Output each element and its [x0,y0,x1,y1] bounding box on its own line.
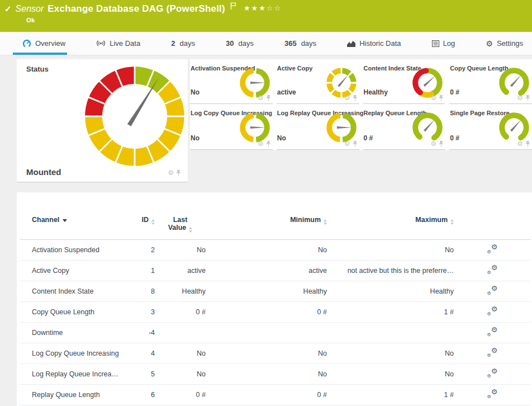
pin-icon[interactable] [266,141,271,147]
table-row: Copy Queue Length 3 0 # 0 # 1 # ⚙⚙ [20,302,531,323]
pin-icon[interactable] [176,170,181,176]
pin-icon[interactable] [525,95,530,101]
pin-icon[interactable] [353,95,358,101]
tab-label: days [238,39,253,48]
tab-settings[interactable]: ⚙ Settings [486,32,523,55]
channel-last-value: No [155,364,206,385]
flag-icon [230,2,236,12]
historic-chart-icon [347,40,355,47]
channel-minimum: No [206,240,327,261]
channel-name[interactable]: Log Replay Queue Increa… [20,364,134,385]
channel-name[interactable]: Log Copy Queue Increasing [20,343,134,364]
channel-last-value: active [155,261,206,281]
channel-settings-icon[interactable]: ⚙⚙ [487,245,498,254]
panel-gear-icon[interactable]: ⚙ [258,95,264,101]
channel-minimum [206,323,327,343]
channel-minimum: Healthy [206,281,327,302]
channel-name[interactable]: Replay Queue Length [20,385,134,405]
settings-gear-icon: ⚙ [486,40,493,48]
pin-icon[interactable] [525,141,530,147]
gauge-panel-copy-queue-length: Copy Queue Length 0 # ⚙ [449,59,532,104]
channel-name[interactable]: Content Index State [20,281,134,302]
table-row: Replay Queue Length 6 0 # 0 # 1 # ⚙⚙ [20,385,531,405]
channel-settings-icon[interactable]: ⚙⚙ [487,328,498,337]
channel-maximum: Healthy [327,281,454,302]
channel-maximum: 1 # [327,385,454,405]
tab-label: Overview [35,39,65,48]
channel-name[interactable]: Active Copy [20,261,134,281]
channel-minimum: 0 # [206,385,327,405]
channel-minimum: active [206,261,327,281]
panel-gear-icon[interactable]: ⚙ [344,95,350,101]
gauge-value: No [191,134,200,142]
gauge-needle [424,75,436,87]
pin-icon[interactable] [353,141,358,147]
channels-panel: Channel ID LastValue Minimum Maximum Act… [17,192,532,406]
gauge-log-replay-queue-increasing [325,111,358,144]
channel-last-value: 0 # [155,302,206,323]
channel-minimum: No [206,364,327,385]
channel-settings-icon[interactable]: ⚙⚙ [487,348,498,357]
channel-name[interactable]: Copy Queue Length [20,302,134,323]
gauge-value: No [191,88,200,96]
channel-settings-icon[interactable]: ⚙⚙ [487,307,498,316]
header-channel[interactable]: Channel [20,216,134,240]
tab-bar: Overview Live Data 2 days 30 days 365 da… [0,32,532,55]
gauge-needle [338,74,349,87]
tab-overview[interactable]: Overview [22,32,65,55]
gauge-panel-log-copy-queue-increasing: Log Copy Queue Increasing No ⚙ [190,104,273,150]
tab-label: Historic Data [359,39,401,48]
channel-id: 2 [134,240,155,261]
channels-table: Channel ID LastValue Minimum Maximum Act… [20,216,531,406]
table-row: Content Index State 8 Healthy Healthy He… [20,281,531,302]
tab-30-days[interactable]: 30 days [226,32,254,55]
header-maximum[interactable]: Maximum [327,216,454,240]
ok-check-icon: ✓ [4,4,12,14]
channel-settings-icon[interactable]: ⚙⚙ [487,369,498,378]
panel-gear-icon[interactable]: ⚙ [258,140,264,147]
gauge-grid: Activation Suspended No ⚙ Active Copy [190,59,532,150]
sort-icon [324,219,327,225]
tab-log[interactable]: Log [432,32,455,55]
pin-icon[interactable] [266,95,271,101]
channel-last-value [155,323,206,343]
gauge-icon [22,39,31,48]
priority-stars[interactable]: ★★★☆☆ [244,4,282,12]
sensor-header: ✓ Sensor Exchange Database DAG (PowerShe… [0,0,532,32]
header-label: Channel [32,216,59,224]
channel-settings-icon[interactable]: ⚙⚙ [487,286,498,295]
panel-gear-icon[interactable]: ⚙ [168,169,174,176]
sensor-title: Exchange Database DAG (PowerShell) [48,3,225,15]
sort-icon [450,219,454,225]
pin-icon[interactable] [439,95,444,101]
gauge-needle [424,119,435,131]
pin-icon[interactable] [439,141,444,147]
panel-gear-icon[interactable]: ⚙ [517,140,523,147]
table-row: Activation Suspended 2 No No No ⚙⚙ [20,240,531,261]
header-actions [454,216,531,240]
panel-gear-icon[interactable]: ⚙ [430,140,436,147]
table-row: Log Replay Queue Increa… 5 No No No ⚙⚙ [20,364,531,385]
channel-name[interactable]: Downtime [20,323,134,343]
gauge-value: 0 # [450,134,459,142]
tab-number: 2 [171,39,175,48]
header-id[interactable]: ID [134,216,155,240]
channel-settings-icon[interactable]: ⚙⚙ [487,266,498,275]
channel-name[interactable]: Activation Suspended [20,240,134,261]
tab-label: days [301,39,316,48]
panel-gear-icon[interactable]: ⚙ [344,140,350,147]
tab-2-days[interactable]: 2 days [171,32,195,55]
channel-settings-icon[interactable]: ⚙⚙ [487,390,498,399]
tab-historic-data[interactable]: Historic Data [347,32,401,55]
table-row: Log Copy Queue Increasing 4 No No No ⚙⚙ [20,343,531,364]
header-minimum[interactable]: Minimum [206,216,327,240]
panel-gear-icon[interactable]: ⚙ [430,95,436,101]
gauge-needle [510,74,522,87]
header-last-value[interactable]: LastValue [155,216,206,240]
sort-icon [151,219,155,225]
tab-live-data[interactable]: Live Data [96,32,140,55]
channel-maximum [327,323,454,343]
tab-365-days[interactable]: 365 days [284,32,316,55]
channel-maximum: not active but this is the preferre… [327,261,454,281]
panel-gear-icon[interactable]: ⚙ [517,95,523,101]
